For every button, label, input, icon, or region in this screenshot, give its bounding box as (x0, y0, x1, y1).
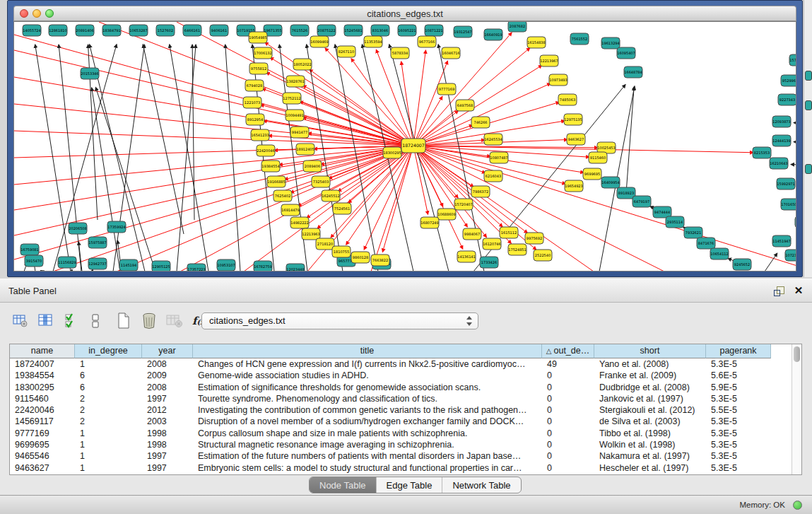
network-node[interactable]: 16409954 (601, 177, 620, 188)
network-node[interactable]: 1527602 (156, 25, 175, 36)
node-table[interactable]: namein_degreeyeartitle△out_de…shortpager… (9, 344, 802, 475)
network-node[interactable]: 16210643 (770, 158, 788, 169)
network-node[interactable]: 7932621 (684, 227, 702, 238)
network-node[interactable]: 11353594 (364, 36, 382, 47)
table-cell[interactable]: Investigating the contribution of common… (193, 404, 542, 416)
column-header-out_de[interactable]: △out_de… (542, 344, 594, 358)
network-node[interactable]: 6794028 (245, 80, 264, 91)
network-node[interactable]: 12093873 (772, 116, 791, 127)
network-node[interactable]: 11451947 (772, 235, 791, 247)
column-header-in_degree[interactable]: in_degree (75, 344, 142, 358)
table-row[interactable]: 911546021997Tourette syndrome. Phenomeno… (10, 393, 792, 404)
network-node[interactable]: 12861810 (49, 25, 67, 36)
network-node[interactable]: 2935114 (666, 216, 684, 228)
network-node[interactable]: 8912954 (246, 114, 264, 125)
table-cell[interactable]: 1 (75, 358, 142, 370)
table-cell[interactable]: 0 (542, 370, 594, 381)
table-cell[interactable]: 2009 (142, 370, 193, 381)
network-node[interactable]: 1733426 (480, 257, 498, 268)
network-node[interactable]: 8215353 (753, 147, 771, 158)
network-node[interactable]: 7986372 (471, 186, 490, 197)
table-cell[interactable]: 2008 (142, 382, 193, 393)
new-table-button[interactable] (113, 310, 134, 332)
network-node[interactable]: 16541233 (251, 129, 269, 141)
column-header-year[interactable]: year (142, 344, 193, 358)
network-node[interactable]: 12213963 (302, 228, 320, 240)
table-cell[interactable]: Changes of HCN gene expression and I(f) … (193, 358, 542, 370)
table-cell[interactable]: Nakamura et al. (1997) (594, 450, 706, 462)
network-node[interactable]: 10973493 (549, 74, 567, 86)
network-node[interactable]: 9975692 (525, 233, 543, 244)
table-cell[interactable]: 6 (75, 382, 142, 393)
network-node[interactable]: 7485063 (558, 94, 577, 105)
network-node[interactable]: 19166885 (267, 176, 286, 187)
close-panel-icon[interactable]: ✕ (792, 284, 805, 297)
scrollbar-thumb[interactable] (794, 346, 800, 362)
network-node[interactable]: 5878334 (391, 47, 409, 59)
table-cell[interactable]: 5.3E-5 (706, 439, 771, 450)
network-node[interactable]: 7561552 (570, 33, 589, 45)
network-node[interactable]: 9463627 (567, 134, 585, 145)
network-node[interactable]: 16759081 (20, 244, 39, 255)
table-cell[interactable]: 0 (542, 416, 594, 427)
tab-edge-table[interactable]: Edge Table (377, 477, 443, 493)
table-cell[interactable]: 18724007 (10, 358, 75, 370)
column-header-pagerank[interactable]: pagerank (706, 344, 771, 358)
table-row[interactable]: 1938455462009Genome-wide association stu… (10, 370, 792, 381)
network-node[interactable]: 16099469 (310, 36, 329, 47)
network-node[interactable]: 16095407 (617, 47, 635, 59)
network-node[interactable]: 15751074 (789, 54, 796, 66)
table-cell[interactable]: 5.5E-5 (706, 404, 771, 416)
table-cell[interactable]: Hescheler et al. (1997) (594, 462, 706, 474)
network-node[interactable]: 2718120 (316, 238, 334, 250)
network-node[interactable]: 6216043 (484, 170, 502, 182)
table-cell[interactable]: 1998 (142, 428, 193, 439)
network-node[interactable]: 16648784 (624, 66, 642, 78)
network-node[interactable]: 2089406 (303, 160, 322, 172)
table-cell[interactable]: Franke et al. (2009) (594, 370, 706, 381)
table-row[interactable]: 946362711997Embryonic stem cells: a mode… (10, 462, 792, 474)
network-canvas[interactable]: 1405572412861810208914061838479110653287… (13, 21, 796, 271)
table-cell[interactable]: 1998 (142, 439, 193, 450)
network-node[interactable]: 7663822 (371, 255, 389, 266)
network-node[interactable]: 7325403 (312, 176, 330, 187)
network-node[interactable]: 16807249 (420, 217, 439, 228)
network-node[interactable]: 16095221 (398, 25, 416, 36)
network-node[interactable]: 9529966 (781, 75, 796, 86)
network-node[interactable]: 3915470 (25, 255, 43, 267)
table-row[interactable]: 977716911998Corpus callosum shape and si… (10, 428, 792, 439)
table-row[interactable]: 946554611997Estimation of the future num… (10, 450, 792, 462)
table-cell[interactable]: 1997 (142, 462, 193, 474)
network-node[interactable]: 15975887 (88, 237, 107, 248)
table-cell[interactable]: 2003 (142, 416, 193, 427)
network-node[interactable]: 1145194 (119, 259, 138, 271)
network-node[interactable]: 13828761 (286, 76, 305, 87)
network-node[interactable]: 9941477 (290, 127, 309, 138)
network-node[interactable]: 19384554 (261, 160, 280, 172)
network-node[interactable]: 2087682 (508, 22, 526, 32)
network-node[interactable]: 7615526 (290, 25, 309, 36)
network-node[interactable]: 9677166 (418, 36, 436, 47)
column-header-short[interactable]: short (594, 344, 706, 358)
table-cell[interactable]: 1997 (142, 450, 193, 462)
table-row[interactable]: 2242004622012Investigating the contribut… (10, 404, 792, 416)
table-cell[interactable]: 0 (542, 428, 594, 439)
table-cell[interactable]: Yano et al. (2008) (594, 358, 706, 370)
network-node[interactable]: 17006132 (254, 47, 272, 59)
column-header-title[interactable]: title (193, 344, 542, 358)
network-node[interactable]: 12975135 (564, 114, 582, 125)
network-node[interactable]: 20153346 (81, 68, 99, 79)
table-cell[interactable]: 2 (75, 404, 142, 416)
network-node[interactable]: 9115460 (589, 152, 607, 163)
network-node[interactable]: 10653287 (129, 25, 148, 36)
table-cell[interactable]: 2008 (142, 358, 193, 370)
table-cell[interactable]: 0 (542, 382, 594, 393)
network-node[interactable]: 9777169 (437, 83, 456, 95)
table-cell[interactable]: 1 (75, 439, 142, 450)
table-cell[interactable]: 5.3E-5 (706, 416, 771, 427)
network-node[interactable]: 22420046 (257, 145, 275, 156)
network-node[interactable]: 16245512 (322, 190, 340, 201)
network-node[interactable]: 17524851 (508, 244, 526, 255)
table-cell[interactable]: 2012 (142, 404, 193, 416)
table-cell[interactable]: 49 (542, 358, 594, 370)
